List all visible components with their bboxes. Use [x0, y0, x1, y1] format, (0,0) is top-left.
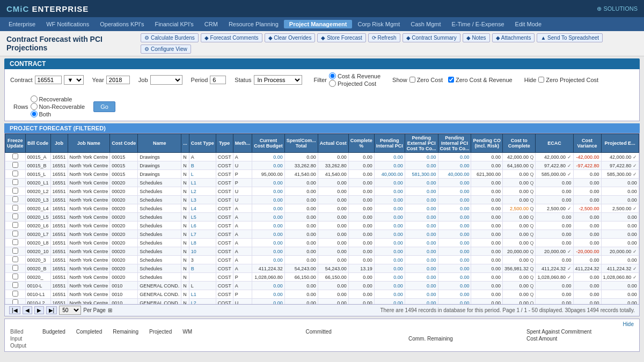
ecac: 585,000.00 ✓	[536, 170, 573, 179]
col-ellipsis[interactable]: ...	[181, 134, 189, 153]
job-name: North York Centre	[68, 153, 110, 161]
freeze-checkbox[interactable]	[5, 256, 26, 264]
nav-item-wf-notifications[interactable]: WF Notifications	[41, 20, 94, 28]
freeze-checkbox[interactable]	[5, 247, 26, 256]
freeze-checkbox[interactable]	[5, 153, 26, 161]
freeze-checkbox[interactable]	[5, 282, 26, 290]
col-currrev[interactable]: CurrentRevenueBudget	[639, 134, 640, 153]
rows-non-recoverable[interactable]: Non-Recoverable	[31, 103, 85, 110]
freeze-checkbox[interactable]	[5, 187, 26, 196]
header-btn-refresh[interactable]: ⟳ Refresh	[368, 33, 400, 42]
nav-item-e-time---e-expense[interactable]: E-Time / E-Expense	[447, 20, 510, 28]
cost-type: COST	[216, 153, 233, 161]
header-btn-notes[interactable]: ◆ Notes	[463, 33, 490, 42]
pend-int: 0.00	[374, 247, 405, 256]
grid-icon[interactable]: ⊞	[108, 307, 112, 313]
freeze-checkbox[interactable]	[5, 239, 26, 247]
freeze-checkbox[interactable]	[5, 264, 26, 273]
nav-item-cash-mgmt[interactable]: Cash Mgmt	[405, 20, 446, 28]
table-container[interactable]: FreezeUpdate Bill Code Job Job Name Cost…	[4, 133, 640, 305]
page-last[interactable]: ▶|	[46, 306, 57, 314]
hide-zero-projected[interactable]: Zero Projected Cost	[538, 77, 598, 83]
projected: 411,224.32 ✓	[601, 264, 639, 273]
job-name: North York Centre	[68, 273, 110, 282]
spent-total: 54,243.00	[284, 264, 318, 273]
rows-recoverable[interactable]: Recoverable	[31, 95, 85, 102]
header-btn-clear-overrides[interactable]: ◆ Clear Overrides	[265, 33, 316, 42]
freeze-checkbox[interactable]	[5, 170, 26, 179]
freeze-checkbox[interactable]	[5, 213, 26, 221]
contract-input[interactable]	[35, 76, 62, 84]
col-method[interactable]: Meth...	[233, 134, 252, 153]
page-first[interactable]: |◀	[9, 306, 20, 314]
contract-select[interactable]: ▼	[64, 75, 84, 85]
page-prev[interactable]: ◀	[23, 306, 32, 314]
header-btn-contract-summary[interactable]: ◆ Contract Summary	[402, 33, 460, 42]
col-currentbudget[interactable]: CurrentCost Budget	[252, 134, 285, 153]
pend-int: 0.00	[374, 161, 405, 170]
freeze-checkbox[interactable]	[5, 273, 26, 282]
nav-item-project-management[interactable]: Project Management	[284, 20, 353, 28]
header-btn-store-forecast[interactable]: ◆ Store Forecast	[317, 33, 365, 42]
col-pendint2[interactable]: PendingInternal PCICost To Co...	[438, 134, 471, 153]
col-costtocomplete[interactable]: Cost toComplete	[502, 134, 536, 153]
show-zero-cost-revenue[interactable]: Zero Cost & Revenue	[448, 77, 513, 83]
nav-item-resource-planning[interactable]: Resource Planning	[223, 20, 284, 28]
projected: 0.00	[601, 221, 639, 230]
nav-item-enterprise[interactable]: Enterprise	[3, 20, 41, 28]
header-btn-send-to-spreadsheet[interactable]: ▲ Send To Spreadsheet	[537, 33, 603, 42]
filter-projected-cost[interactable]: Projected Cost	[329, 80, 380, 87]
rows-both[interactable]: Both	[31, 110, 85, 117]
col-pendint[interactable]: PendingInternal PCI	[374, 134, 405, 153]
col-projected[interactable]: Projected E...	[601, 134, 639, 153]
nav-item-corp-risk-mgmt[interactable]: Corp Risk Mgmt	[352, 20, 405, 28]
freeze-checkbox[interactable]	[5, 196, 26, 204]
ecac: 0.00	[536, 282, 573, 290]
col-actualcost[interactable]: Actual Cost	[318, 134, 348, 153]
filter-cost-revenue[interactable]: Cost & Revenue	[329, 72, 380, 79]
header-btn-configure-view[interactable]: ⚙ Configure View	[141, 45, 191, 54]
header-btn-attachments[interactable]: ◆ Attachments	[492, 33, 535, 42]
show-zero-cost[interactable]: Zero Cost	[409, 77, 443, 83]
col-costtype[interactable]: Cost Type	[189, 134, 216, 153]
header-btn-calculate-burdens[interactable]: ⚙ Calculate Burdens	[141, 33, 199, 42]
col-pendext[interactable]: PendingExternal PCICost To Co...	[405, 134, 438, 153]
freeze-checkbox[interactable]	[5, 221, 26, 230]
job-select[interactable]	[150, 75, 182, 85]
bill-code: 00020_	[25, 273, 50, 282]
nav-item-operations-kpi-s[interactable]: Operations KPI's	[94, 20, 149, 28]
freeze-checkbox[interactable]	[5, 161, 26, 170]
col-pendco[interactable]: Pending CO(Incl. Risk)	[471, 134, 503, 153]
nav-item-financial-kpi-s[interactable]: Financial KPI's	[149, 20, 199, 28]
col-name[interactable]: Name	[138, 134, 181, 153]
freeze-checkbox[interactable]	[5, 299, 26, 305]
freeze-checkbox[interactable]	[5, 204, 26, 213]
col-costcode[interactable]: Cost Code	[110, 134, 138, 153]
col-job[interactable]: Job	[50, 134, 68, 153]
col-billcode[interactable]: Bill Code	[25, 134, 50, 153]
col-ecac[interactable]: ECAC	[536, 134, 573, 153]
col-jobname[interactable]: Job Name	[68, 134, 110, 153]
per-page-select[interactable]: 50100200	[59, 306, 81, 315]
pend-int: 0.00	[374, 273, 405, 282]
hide-footer-link[interactable]: Hide	[623, 321, 634, 327]
nav-item-crm[interactable]: CRM	[199, 20, 223, 28]
contract-section-title: CONTRACT	[4, 58, 640, 69]
solutions-button[interactable]: ⊕ SOLUTIONS	[597, 5, 638, 12]
actual-cost: 0.00	[318, 204, 348, 213]
pend-int: 0.00	[374, 282, 405, 290]
freeze-checkbox[interactable]	[5, 230, 26, 239]
header-btn-forecast-comments[interactable]: ◆ Forecast Comments	[201, 33, 262, 42]
status-select[interactable]: In Process	[254, 75, 302, 85]
freeze-checkbox[interactable]	[5, 290, 26, 299]
col-complete[interactable]: Complete%	[348, 134, 374, 153]
period-input[interactable]	[210, 76, 226, 84]
go-button[interactable]: Go	[93, 101, 115, 112]
nav-item-edit-mode[interactable]: Edit Mode	[510, 20, 547, 28]
year-input[interactable]	[106, 76, 130, 84]
page-next[interactable]: ▶	[34, 306, 44, 314]
freeze-checkbox[interactable]	[5, 179, 26, 187]
col-variance[interactable]: CostVariance	[573, 134, 601, 153]
col-spentcom[interactable]: Spent/Com...Total	[284, 134, 318, 153]
col-type[interactable]: Type	[216, 134, 233, 153]
